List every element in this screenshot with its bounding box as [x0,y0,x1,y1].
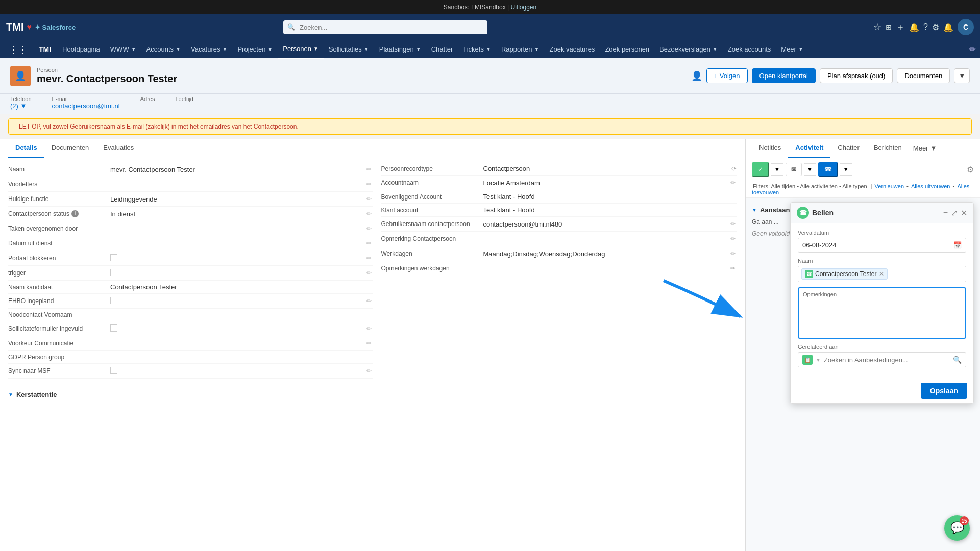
filter-vernieuwen[interactable]: Vernieuwen [875,183,904,189]
tab-chatter[interactable]: Chatter [830,139,867,158]
ga-aan-text: Ga aan ... [752,218,779,226]
follow-button[interactable]: + Volgen [706,68,748,83]
menu-item-zoek-vacatures[interactable]: Zoek vacatures [545,40,600,59]
menu-item-rapporten[interactable]: Rapporten ▼ [496,40,545,59]
gerelateerd-field[interactable]: 📋 ▼ 🔍 [798,352,966,367]
field-ehbo-edit[interactable]: ✏ [365,296,373,306]
email-button[interactable]: ✉ [786,163,802,176]
field-datum-edit[interactable]: ✏ [365,239,373,248]
more-actions-button[interactable]: ▼ [954,68,970,83]
menu-item-zoek-personen[interactable]: Zoek personen [600,40,654,59]
field-portaal-edit[interactable]: ✏ [365,254,373,263]
open-portal-button[interactable]: Open klantportal [752,68,816,83]
phone-button[interactable]: ☎ [818,162,838,177]
gear-icon[interactable]: ⚙ [932,22,939,32]
sync-msf-checkbox[interactable] [110,367,117,374]
field-voorkeur-comm-edit[interactable]: ✏ [365,339,373,348]
logout-link[interactable]: Uitloggen [510,4,536,11]
field-sollicitatieform-edit[interactable]: ✏ [365,324,373,333]
task-dropdown[interactable]: ▼ [771,163,783,176]
tab-berichten[interactable]: Berichten [867,139,909,158]
plan-afspraak-button[interactable]: Plan afspraak (oud) [820,68,893,83]
chat-bubble[interactable]: 💬 15 [944,515,970,541]
gerelateerd-dropdown[interactable]: ▼ [816,357,821,363]
tab-notities[interactable]: Notities [752,139,788,158]
field-functie-edit[interactable]: ✏ [365,194,373,204]
field-taken-edit[interactable]: ✏ [365,224,373,233]
field-sync-msf-edit[interactable]: ✏ [365,366,373,375]
notification-icon[interactable]: 🔔 [943,22,953,32]
opslaan-button[interactable]: Opslaan [921,383,967,399]
field-voorletters-edit[interactable]: ✏ [365,180,373,189]
field-accountnaam-edit[interactable]: ✏ [729,178,737,187]
tag-close-button[interactable]: ✕ [879,270,884,278]
filter-uitvouwen[interactable]: Alles uitvouwen [911,183,950,189]
email-dropdown[interactable]: ▼ [804,163,816,176]
menu-item-tickets[interactable]: Tickets ▼ [458,40,496,59]
field-naam-edit[interactable]: ✏ [365,165,373,174]
bell-icon[interactable]: 🔔 [909,22,919,32]
grid-icon[interactable]: ⊞ [886,23,892,31]
edit-icon[interactable]: ✏ [969,44,976,54]
app-grid-icon[interactable]: ⋮⋮ [4,41,33,58]
field-trigger-edit[interactable]: ✏ [365,268,373,278]
menu-item-accounts[interactable]: Accounts ▼ [141,40,186,59]
telefoon-value[interactable]: (2) ▼ [10,102,27,110]
naam-field[interactable]: ☎ Contactpersoon Tester ✕ [798,266,966,282]
tab-documenten[interactable]: Documenten [44,139,96,158]
field-voorletters: Voorletters ✏ [8,177,373,192]
naam-tag-text: Contactpersoon Tester [815,270,877,278]
menu-item-chatter[interactable]: Chatter [426,40,458,59]
menu-item-projecten[interactable]: Projecten ▼ [232,40,278,59]
menu-item-hoofdpagina[interactable]: Hoofdpagina [57,40,105,59]
tab-details[interactable]: Details [8,139,44,158]
portaal-checkbox[interactable] [110,254,117,261]
opmerkingen-textarea[interactable] [800,299,964,335]
field-gebruikersnaam-edit[interactable]: ✏ [729,219,737,229]
star-icon[interactable]: ☆ [873,21,881,33]
naam-tag: ☎ Contactpersoon Tester ✕ [801,268,888,280]
menu-item-www[interactable]: WWW ▼ [105,40,141,59]
ehbo-checkbox[interactable] [110,297,117,304]
kerstattentie-header[interactable]: ▼ Kerstattentie [8,387,737,400]
email-value[interactable]: contactpersoon@tmi.nl [52,102,120,110]
adres-label: Adres [140,96,155,102]
record-type-label: Persoon [37,67,685,73]
menu-item-meer[interactable]: Meer ▼ [776,40,808,59]
menu-item-sollicitaties[interactable]: Sollicitaties ▼ [324,40,374,59]
accountnaam-link[interactable]: Locatie Amsterdam [483,179,540,187]
avatar-placeholder-icon[interactable]: 👤 [691,70,702,82]
refresh-icon[interactable]: ⟳ [731,165,737,172]
field-opmerking-cp-edit[interactable]: ✏ [729,234,737,243]
search-input[interactable] [283,20,487,34]
app-label[interactable]: TMI [33,45,57,54]
menu-item-plaatsingen[interactable]: Plaatsingen ▼ [374,40,426,59]
sollicitatieform-checkbox[interactable] [110,324,117,332]
trigger-checkbox[interactable] [110,269,117,276]
tab-evaluaties[interactable]: Evaluaties [96,139,141,158]
field-cp-status-edit[interactable]: ✏ [365,209,373,218]
documenten-button[interactable]: Documenten [897,68,950,83]
new-task-button[interactable]: ✓ [752,162,769,177]
vervaldatum-field[interactable]: 06-08-2024 📅 [798,238,966,253]
bellen-expand-icon[interactable]: ⤢ [951,208,958,218]
avatar[interactable]: C [958,19,974,35]
bellen-close-icon[interactable]: ✕ [961,208,967,218]
tab-activiteit[interactable]: Activiteit [788,139,830,158]
bellen-minimize-icon[interactable]: − [943,208,948,218]
phone-dropdown[interactable]: ▼ [840,163,852,176]
menu-item-bezoekverslagen[interactable]: Bezoekverslagen ▼ [654,40,723,59]
menu-item-zoek-accounts[interactable]: Zoek accounts [723,40,776,59]
question-icon[interactable]: ? [923,22,928,32]
field-werkdagen-edit[interactable]: ✏ [729,249,737,258]
menu-item-vacatures[interactable]: Vacatures ▼ [186,40,232,59]
gerelateerd-input[interactable] [824,356,950,364]
plus-icon[interactable]: ＋ [896,21,905,33]
gerelateerd-search-icon[interactable]: 🔍 [953,356,962,364]
calendar-icon[interactable]: 📅 [953,241,962,249]
field-opmerking-werkdagen-edit[interactable]: ✏ [729,264,737,273]
nav-bar: TMI ♥ ✦ Salesforce 🔍 ☆ ⊞ ＋ 🔔 ? ⚙ 🔔 C [0,14,980,40]
tab-meer[interactable]: Meer ▼ [909,139,941,158]
menu-item-personen[interactable]: Personen ▼ [278,40,324,59]
settings-icon[interactable]: ⚙ [967,165,974,174]
